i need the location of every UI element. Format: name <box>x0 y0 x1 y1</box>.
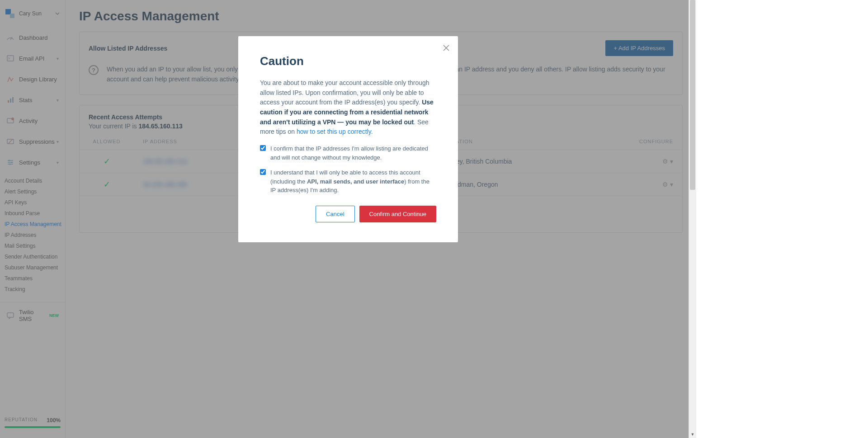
cancel-button[interactable]: Cancel <box>316 206 354 222</box>
confirm-checkbox-2[interactable]: I understand that I will only be able to… <box>260 168 436 195</box>
scroll-down-icon[interactable]: ▼ <box>689 430 696 438</box>
modal-body: You are about to make your account acces… <box>260 78 436 137</box>
checkbox-2[interactable] <box>260 169 266 175</box>
modal-overlay: Caution You are about to make your accou… <box>0 0 696 438</box>
modal-help-link[interactable]: how to set this up correctly <box>297 128 371 135</box>
modal-title: Caution <box>260 54 436 68</box>
checkbox-1-label: I confirm that the IP addresses I'm allo… <box>270 144 436 162</box>
scrollbar-thumb[interactable] <box>690 0 695 190</box>
caution-modal: Caution You are about to make your accou… <box>238 36 458 242</box>
confirm-button[interactable]: Confirm and Continue <box>359 206 436 222</box>
modal-body-text3: . <box>371 128 373 135</box>
confirm-checkbox-1[interactable]: I confirm that the IP addresses I'm allo… <box>260 144 436 162</box>
checkbox-1[interactable] <box>260 145 266 151</box>
close-icon[interactable] <box>443 44 450 52</box>
modal-body-text: You are about to make your account acces… <box>260 79 429 106</box>
scrollbar[interactable]: ▼ <box>689 0 696 438</box>
checkbox-2-label: I understand that I will only be able to… <box>270 168 436 195</box>
